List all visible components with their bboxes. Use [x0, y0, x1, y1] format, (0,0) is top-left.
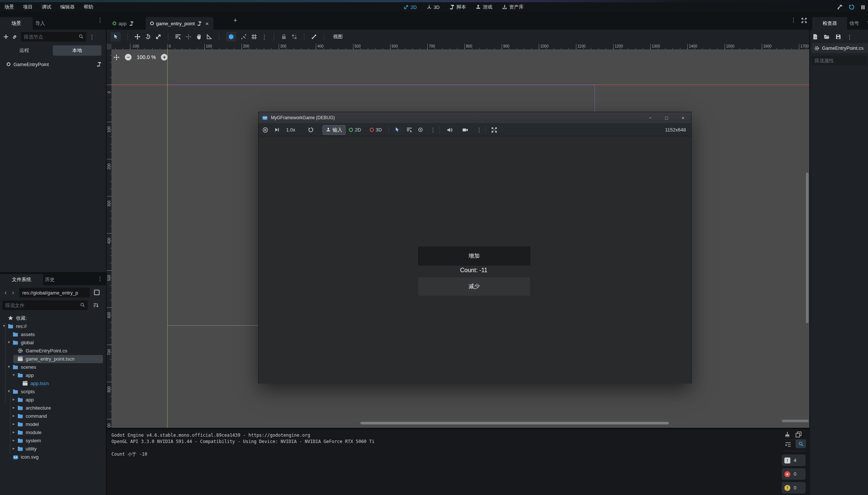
v-scrollbar-thumb[interactable] [806, 173, 809, 323]
dock-tab-node[interactable]: 节点 [863, 17, 868, 30]
script-icon[interactable] [197, 21, 202, 26]
maximize-button[interactable]: □ [658, 112, 675, 123]
instance-scene-icon[interactable] [12, 34, 18, 40]
ruler-tool-icon[interactable] [206, 34, 212, 40]
workspace-tab-game[interactable]: 游戏 [476, 4, 492, 10]
script-icon[interactable] [129, 21, 134, 26]
decrease-button[interactable]: 减少 [418, 277, 530, 296]
use-snap-icon[interactable] [241, 34, 247, 40]
tree-expander-icon[interactable]: ▸ [13, 405, 15, 410]
embed-fullscreen-button[interactable] [491, 124, 497, 136]
clear-output-icon[interactable] [784, 432, 790, 437]
add-node-icon[interactable] [3, 34, 9, 40]
input-mode-button[interactable]: 输入 [323, 124, 346, 136]
file-tree-item[interactable]: app.tscn [0, 380, 106, 388]
skeleton-options-icon[interactable] [311, 34, 317, 40]
remote-button[interactable]: 远程 [11, 46, 37, 55]
pan-tool-icon[interactable] [196, 34, 202, 40]
new-scene-tab-button[interactable]: + [233, 17, 237, 25]
zoom-level[interactable]: 100.0 % [137, 54, 156, 60]
filter-files-search[interactable] [2, 300, 88, 310]
camera-menu-icon[interactable]: ⋮ [476, 124, 482, 136]
tree-expander-icon[interactable]: ▸ [13, 446, 15, 451]
tree-expander-icon[interactable]: ▸ [13, 438, 15, 443]
file-tree-item[interactable]: ▸utility [0, 445, 106, 453]
build-hammer-icon[interactable] [837, 4, 843, 10]
file-tree-item[interactable]: game_entry_point.tscn [0, 355, 106, 363]
error-count-badge[interactable]: × 0 [782, 468, 806, 480]
pivot-tool-icon[interactable] [185, 34, 191, 40]
file-tree-item[interactable]: ▸system [0, 437, 106, 445]
file-tree-item[interactable]: ▾res:// [0, 322, 106, 330]
dock-tab-import[interactable]: 导入 [24, 17, 56, 30]
zoom-in-button[interactable]: + [161, 54, 168, 61]
copy-output-icon[interactable] [796, 432, 801, 437]
scene-tree-menu-icon[interactable]: ⋮ [89, 34, 95, 40]
tree-expander-icon[interactable]: ▸ [13, 430, 15, 434]
lock-node-icon[interactable] [281, 34, 287, 40]
filesystem-menu-icon[interactable]: ⋮ [97, 276, 103, 281]
restart-scene-icon[interactable] [849, 4, 855, 10]
suspend-button[interactable] [262, 124, 268, 136]
snap-options-menu-icon[interactable]: ⋮ [262, 34, 267, 40]
tree-expander-icon[interactable]: ▸ [13, 413, 15, 418]
tree-expander-icon[interactable]: ▾ [8, 389, 10, 394]
file-tree-item[interactable]: 收藏: [0, 314, 106, 322]
tree-expander-icon[interactable]: ▾ [3, 323, 5, 328]
time-scale-button[interactable]: 1.0x [286, 124, 295, 136]
file-tree-item[interactable]: ▾global [0, 339, 106, 347]
edited-object-button[interactable]: GameEntryPoint.cs [812, 43, 868, 53]
nav-back-icon[interactable]: ‹ [2, 288, 9, 297]
file-tree-item[interactable]: ▸app [0, 396, 106, 404]
increase-button[interactable]: 增加 [418, 247, 530, 266]
file-tree-item[interactable]: ▸command [0, 412, 106, 420]
center-view-icon[interactable] [113, 54, 120, 61]
file-tree-item[interactable]: icon.svg [0, 453, 106, 461]
next-frame-button[interactable] [274, 124, 280, 136]
select-mode-3d-button[interactable]: 3D [370, 124, 382, 136]
game-select-tool-button[interactable] [392, 124, 402, 136]
game-window-titlebar[interactable]: MyGFrameworkGame (DEBUG) − □ × [259, 112, 691, 124]
minimize-button[interactable]: − [642, 112, 658, 123]
list-select-icon[interactable] [175, 34, 181, 40]
menu-debug[interactable]: 调试 [37, 2, 56, 12]
filter-properties-input[interactable] [812, 56, 867, 65]
scene-tree-root-node[interactable]: GameEntryPoint [1, 59, 105, 69]
file-tree-item[interactable]: ▾scripts [0, 388, 106, 396]
filter-files-input[interactable] [2, 300, 88, 310]
view-menu-button[interactable]: 视图 [331, 33, 343, 40]
search-output-button[interactable] [796, 439, 806, 448]
select-tool-button[interactable] [110, 32, 121, 42]
file-tree-item[interactable]: ▸model [0, 420, 106, 429]
zoom-out-button[interactable]: − [125, 54, 132, 61]
warning-count-badge[interactable]: ! 0 [782, 482, 806, 494]
filter-nodes-input[interactable] [21, 32, 86, 42]
scale-tool-icon[interactable] [155, 34, 161, 40]
pause-scene-icon[interactable] [860, 4, 866, 10]
file-tree-item[interactable]: ▾scenes [0, 363, 106, 371]
game-list-select-button[interactable] [407, 124, 412, 136]
workspace-tab-2d[interactable]: 2D [404, 4, 417, 10]
collapse-messages-icon[interactable] [785, 442, 791, 447]
workspace-tab-3d[interactable]: 3D [427, 4, 440, 10]
menu-editor[interactable]: 编辑器 [56, 2, 79, 12]
sort-files-icon[interactable] [93, 302, 99, 308]
camera-override-button[interactable] [462, 124, 468, 136]
scene-dock-menu-icon[interactable]: ⋮ [97, 17, 103, 23]
file-tree-item[interactable]: assets [0, 330, 106, 339]
message-count-badge[interactable]: ! 4 [782, 455, 806, 466]
scene-tabs-menu-icon[interactable]: ⋮ [791, 17, 796, 23]
workspace-tab-script[interactable]: 脚本 [449, 4, 466, 10]
menu-help[interactable]: 帮助 [79, 2, 98, 12]
local-button[interactable]: 本地 [53, 45, 101, 56]
smart-snap-button[interactable] [226, 32, 236, 42]
h-scrollbar-end[interactable] [782, 420, 809, 422]
new-resource-icon[interactable] [812, 34, 818, 40]
filter-nodes-search[interactable] [21, 32, 86, 42]
file-tree-item[interactable]: ▾app [0, 371, 106, 380]
tree-expander-icon[interactable]: ▸ [13, 397, 15, 402]
nav-forward-icon[interactable]: › [10, 288, 16, 297]
load-resource-icon[interactable] [824, 34, 830, 40]
file-tree-item[interactable]: GameEntryPoint.cs [0, 347, 106, 355]
tree-expander-icon[interactable]: ▾ [8, 364, 10, 369]
